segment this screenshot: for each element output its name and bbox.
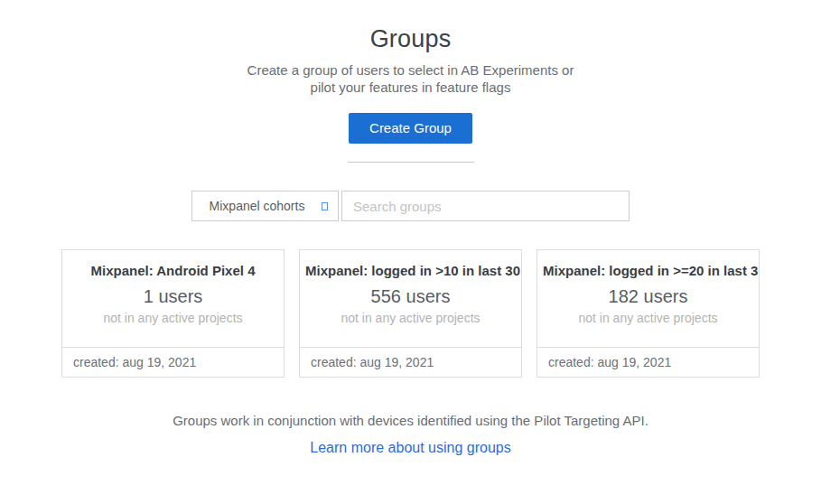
group-user-count: 1 users: [62, 286, 284, 307]
group-title: Mixpanel: logged in >=20 in last 30...: [537, 263, 759, 278]
cohort-source-dropdown[interactable]: Mixpanel cohorts: [191, 191, 339, 221]
hero-section: Groups Create a group of users to select…: [0, 0, 821, 163]
group-card-list: Mixpanel: Android Pixel 4 1 users not in…: [0, 249, 821, 378]
cohort-source-dropdown-value: Mixpanel cohorts: [210, 199, 322, 213]
subtitle-line-1: Create a group of users to select in AB …: [0, 61, 821, 79]
groups-page: Groups Create a group of users to select…: [0, 0, 821, 504]
group-card-body: Mixpanel: Android Pixel 4 1 users not in…: [62, 250, 284, 347]
group-created-date: created: aug 19, 2021: [300, 347, 521, 377]
learn-more-link[interactable]: Learn more about using groups: [310, 440, 510, 456]
group-user-count: 556 users: [300, 286, 521, 307]
dropdown-indicator-icon: [322, 202, 328, 210]
group-project-status: not in any active projects: [62, 311, 284, 325]
group-title: Mixpanel: Android Pixel 4: [62, 263, 284, 278]
group-card[interactable]: Mixpanel: logged in >=20 in last 30... 1…: [536, 249, 760, 378]
group-card-body: Mixpanel: logged in >10 in last 30 ... 5…: [300, 250, 521, 347]
group-project-status: not in any active projects: [537, 311, 759, 325]
search-groups-input[interactable]: [341, 191, 630, 221]
page-title: Groups: [0, 25, 821, 53]
page-footer: Groups work in conjunction with devices …: [0, 413, 821, 456]
group-project-status: not in any active projects: [300, 311, 521, 325]
group-user-count: 182 users: [537, 286, 759, 307]
group-created-date: created: aug 19, 2021: [537, 347, 759, 377]
create-group-button[interactable]: Create Group: [349, 113, 472, 144]
page-subtitle: Create a group of users to select in AB …: [0, 61, 821, 96]
group-created-date: created: aug 19, 2021: [62, 347, 284, 377]
group-card-body: Mixpanel: logged in >=20 in last 30... 1…: [537, 250, 759, 347]
section-divider: [348, 162, 474, 163]
group-card[interactable]: Mixpanel: logged in >10 in last 30 ... 5…: [299, 249, 522, 378]
group-title: Mixpanel: logged in >10 in last 30 ...: [300, 263, 521, 278]
subtitle-line-2: pilot your features in feature flags: [0, 79, 821, 96]
pilot-api-info-text: Groups work in conjunction with devices …: [0, 413, 821, 428]
group-card[interactable]: Mixpanel: Android Pixel 4 1 users not in…: [61, 249, 285, 378]
filter-controls: Mixpanel cohorts: [0, 191, 821, 221]
